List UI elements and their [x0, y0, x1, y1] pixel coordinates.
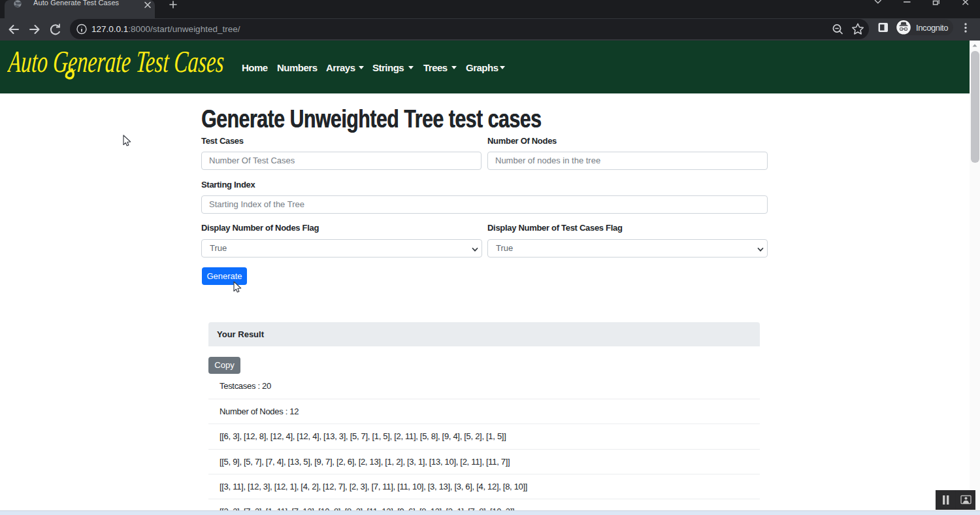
- svg-text:Auto Generate Test Cases: Auto Generate Test Cases: [7, 44, 225, 78]
